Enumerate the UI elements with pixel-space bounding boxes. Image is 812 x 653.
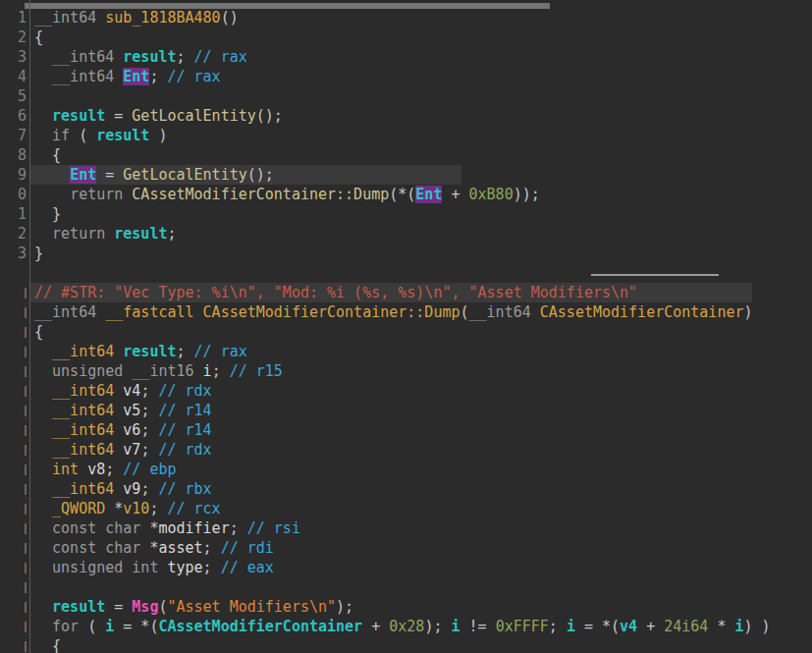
code-token-cmt: // rsi <box>247 519 300 537</box>
code-text: __int64 sub_1818BA480() <box>34 8 239 27</box>
line-number <box>0 302 27 322</box>
code-token-kw: __int64 <box>34 9 105 27</box>
code-line[interactable]: 5 <box>0 86 812 106</box>
line-number: 1 <box>0 8 27 27</box>
code-text: for ( i = *(CAssetModifierContainer + 0x… <box>34 617 771 636</box>
code-token-pun: { <box>34 637 61 653</box>
code-line[interactable]: _QWORD *v10; // rcx <box>0 499 812 518</box>
code-text: // #STR: "Vec Type: %i\n", "Mod: %i (%s,… <box>34 283 637 302</box>
code-text: result = GetLocalEntity(); <box>34 106 283 126</box>
code-line[interactable]: // #STR: "Vec Type: %i\n", "Mod: %i (%s,… <box>0 283 812 302</box>
line-number: 7 <box>0 126 27 145</box>
clipped-line-number-mark <box>25 425 27 436</box>
code-token-fny: __fastcall <box>105 303 193 321</box>
code-token-pun: (); <box>247 166 274 184</box>
code-token-var: result <box>52 598 105 616</box>
code-line[interactable]: 2{ <box>0 27 812 47</box>
code-token-pun <box>34 421 52 439</box>
code-line[interactable]: 8 { <box>0 145 812 165</box>
code-line[interactable]: const char *modifier; // rsi <box>0 518 812 538</box>
code-line[interactable]: { <box>0 636 812 653</box>
code-token-pun: = <box>96 166 123 184</box>
code-text: __int64 v6; // r14 <box>34 420 212 440</box>
code-token-fny: v10 <box>123 500 149 517</box>
code-token-pun: )); <box>514 186 540 203</box>
code-token-var: result <box>96 127 149 144</box>
code-text: return result; <box>34 224 177 244</box>
code-line[interactable]: { <box>0 322 812 342</box>
code-line[interactable]: __int64 v9; // rbx <box>0 479 812 499</box>
code-line[interactable]: 4 __int64 Ent; // rax <box>0 67 812 86</box>
code-line[interactable]: 1__int64 sub_1818BA480() <box>0 8 812 27</box>
code-token-pun <box>34 166 70 184</box>
code-token-pun: ); <box>336 598 353 616</box>
line-number: 3 <box>0 47 27 67</box>
code-token-kw: unsigned __int16 <box>52 362 203 380</box>
code-token-pun <box>34 343 52 360</box>
code-line[interactable]: 7 if ( result ) <box>0 126 812 145</box>
code-editor[interactable]: 1__int64 sub_1818BA480()2{3 __int64 resu… <box>0 0 812 653</box>
code-token-varw: v7 <box>123 441 140 459</box>
code-token-num: 0xFFFF <box>496 618 549 635</box>
code-line[interactable]: for ( i = *(CAssetModifierContainer + 0x… <box>0 617 812 636</box>
code-text: if ( result ) <box>34 126 167 145</box>
code-token-pun: ( <box>460 303 469 321</box>
line-number <box>0 597 27 617</box>
code-token-varw: v9 <box>123 480 140 498</box>
code-token-cmt: // rcx <box>167 500 220 517</box>
code-token-pun: = <box>105 107 132 125</box>
code-token-cmt: // rax <box>194 343 247 360</box>
code-line[interactable]: 9 Ent = GetLocalEntity(); <box>0 165 812 185</box>
code-line[interactable]: 1 } <box>0 204 812 224</box>
clipped-line-number-mark <box>25 582 27 593</box>
code-line[interactable]: __int64 v5; // r14 <box>0 401 812 420</box>
code-token-kw: if <box>52 127 70 144</box>
code-line[interactable]: result = Msg("Asset Modifiers\n"); <box>0 597 812 617</box>
code-text: unsigned int type; // eax <box>34 558 274 577</box>
code-token-pun <box>34 598 52 616</box>
code-line[interactable]: unsigned int type; // eax <box>0 558 812 577</box>
code-line[interactable] <box>0 577 812 597</box>
line-number <box>0 361 27 381</box>
code-line[interactable]: 3 __int64 result; // rax <box>0 47 812 67</box>
code-line[interactable] <box>0 263 812 283</box>
code-token-var: result <box>123 48 176 66</box>
code-token-fny: __int64 <box>52 402 123 419</box>
line-number <box>0 558 27 577</box>
code-token-cmtstr: // #STR: "Vec Type: %i\n", "Mod: %i (%s,… <box>34 284 637 301</box>
code-token-kw: return <box>70 186 132 203</box>
clipped-line-number-mark <box>25 327 27 338</box>
code-line[interactable]: 3} <box>0 244 812 263</box>
code-token-cmt: // r15 <box>230 362 283 380</box>
code-token-pun: ( <box>70 127 96 144</box>
code-line[interactable]: __int64 v7; // rdx <box>0 440 812 460</box>
code-line[interactable]: __int64 v4; // rdx <box>0 381 812 401</box>
code-token-kw: __int64 <box>34 303 105 321</box>
code-line[interactable]: 6 result = GetLocalEntity(); <box>0 106 812 126</box>
code-token-pun: { <box>34 323 43 341</box>
code-token-pun <box>34 48 52 66</box>
line-number <box>0 440 27 460</box>
clipped-line-number-mark <box>25 602 27 613</box>
code-token-fnc: GetLocalEntity <box>132 107 255 125</box>
code-line[interactable]: int v8; // ebp <box>0 460 812 479</box>
code-text: __int64 Ent; // rax <box>34 67 221 86</box>
clipped-line-number-mark <box>25 523 27 534</box>
code-line[interactable]: unsigned __int16 i; // r15 <box>0 361 812 381</box>
code-token-var: i <box>734 618 743 635</box>
code-line[interactable]: const char *asset; // rdi <box>0 538 812 558</box>
clipped-line-number-mark <box>25 543 27 554</box>
code-text: __int64 __fastcall CAssetModifierContain… <box>34 302 753 322</box>
code-token-pun: != <box>460 618 496 635</box>
code-line[interactable]: 0 return CAssetModifierContainer::Dump(*… <box>0 185 812 204</box>
code-token-num: 24i64 <box>664 618 708 635</box>
code-token-pun <box>34 382 52 400</box>
code-line[interactable]: __int64 result; // rax <box>0 342 812 361</box>
clipped-line-number-mark <box>25 347 27 357</box>
code-line[interactable]: 2 return result; <box>0 224 812 244</box>
code-line[interactable]: __int64 v6; // r14 <box>0 420 812 440</box>
code-token-pun: ; <box>105 461 123 478</box>
code-token-var: result <box>114 225 167 243</box>
line-number <box>0 538 27 558</box>
code-line[interactable]: __int64 __fastcall CAssetModifierContain… <box>0 302 812 322</box>
